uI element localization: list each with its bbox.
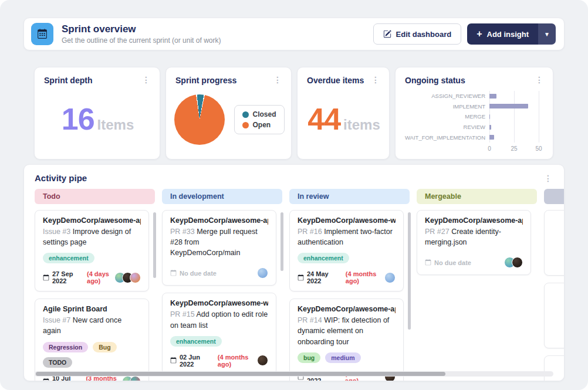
- kanban-card[interactable]: KeypDemoCorp/awesome-w... PR #16 Impleme…: [289, 210, 404, 291]
- edit-pencil-icon: [383, 30, 391, 38]
- calendar-icon: [170, 357, 177, 364]
- tag-enhancement: enhancement: [170, 336, 222, 347]
- kanban-card[interactable]: KeypDemoCorp/awesome-api-... PR #27 Crea…: [417, 210, 531, 275]
- card-tags: bugmedium: [298, 352, 396, 363]
- bar-category-label: ASSIGN_REVIEWER: [405, 93, 485, 99]
- card-ref: Issue #7: [43, 316, 70, 324]
- column-scrollbar[interactable]: [281, 212, 283, 271]
- legend-dot: [242, 122, 249, 128]
- kanban-card[interactable]: [544, 355, 565, 381]
- card-repo: KeypDemoCorp/awesome-api-...: [425, 216, 523, 225]
- tag-enhancement: enhancement: [43, 253, 94, 263]
- card-tags: enhancement: [298, 253, 396, 263]
- card-tags: enhancement: [43, 253, 141, 263]
- relative-time: (4 months ago): [346, 270, 388, 284]
- legend-label: Open: [253, 121, 271, 129]
- widget-title: Sprint depth: [44, 76, 92, 85]
- kanban-column-mergeable: Mergeable KeypDemoCorp/awesome-api-... P…: [417, 189, 537, 381]
- calendar-icon: [170, 270, 177, 276]
- column-header-todo: Todo: [35, 189, 155, 204]
- widget-menu-kebab-icon[interactable]: ⋮: [534, 76, 545, 84]
- column-header-mergeable: Mergeable: [417, 189, 537, 204]
- assignee-avatars: [126, 376, 141, 381]
- bar-category-label: IMPLEMENT: [405, 103, 485, 110]
- avatar[interactable]: [257, 267, 268, 279]
- legend-label: Closed: [253, 110, 276, 118]
- calendar-icon: [425, 259, 431, 266]
- kanban-card[interactable]: Agile Sprint Board Issue #7 New card onc…: [35, 299, 149, 381]
- add-insight-button[interactable]: + Add insight: [467, 23, 538, 45]
- column-header-in-development: In development: [162, 189, 282, 204]
- due-date: 27 Sep 2022 (4 days ago): [43, 270, 118, 284]
- widget-title: Sprint progress: [175, 76, 236, 85]
- widget-menu-kebab-icon[interactable]: ⋮: [370, 76, 381, 84]
- bar-review: [489, 125, 491, 130]
- bar-merge: [489, 114, 490, 119]
- dashboard-page: Sprint overview Get the outline of the c…: [0, 0, 588, 390]
- section-title: Activity pipe: [35, 173, 87, 183]
- kanban-card[interactable]: KeypDemoCorp/awesome-w... PR #15 Add opt…: [162, 293, 276, 374]
- card-repo: KeypDemoCorp/awesome-ap...: [43, 216, 141, 225]
- ongoing-status-bar-chart: ASSIGN_REVIEWERIMPLEMENTMERGEREVIEWWAIT_…: [405, 90, 545, 152]
- card-repo: KeypDemoCorp/awesome-ap...: [298, 305, 396, 313]
- column-scrollbar[interactable]: [153, 212, 156, 278]
- x-tick-label: 25: [511, 145, 517, 152]
- edit-dashboard-button[interactable]: Edit dashboard: [373, 23, 462, 45]
- widget-title: Ongoing status: [405, 76, 465, 85]
- kanban-card[interactable]: KeypDemoCorp/awesome-ap... PR #14 WIP: f…: [289, 299, 404, 381]
- avatar[interactable]: [512, 257, 523, 268]
- avatar[interactable]: [257, 355, 268, 366]
- column-header-clipped: [544, 189, 565, 204]
- widget-ongoing-status: Ongoing status ⋮ ASSIGN_REVIEWERIMPLEMEN…: [395, 67, 553, 160]
- avatar[interactable]: [384, 272, 396, 283]
- card-repo: KeypDemoCorp/awesome-w...: [170, 299, 268, 307]
- kanban-card[interactable]: KeypDemoCorp/awesome-ap... Issue #3 Impr…: [35, 210, 149, 291]
- add-insight-split-button: + Add insight ▼: [467, 23, 556, 45]
- widget-menu-kebab-icon[interactable]: ⋮: [543, 174, 553, 182]
- assignee-avatars: [388, 272, 396, 283]
- plus-icon: +: [477, 29, 482, 39]
- card-ref: PR #16: [298, 228, 322, 236]
- no-due-date: No due date: [170, 270, 217, 277]
- card-ref: Issue #3: [43, 228, 70, 236]
- bar-implement: [489, 104, 528, 108]
- kanban-card[interactable]: [544, 283, 565, 348]
- avatar[interactable]: [130, 376, 141, 381]
- tag-Regression: Regression: [43, 342, 88, 352]
- relative-time: (4 months ago): [218, 354, 261, 368]
- calendar-icon: [31, 23, 53, 45]
- bar-assign_reviewer: [489, 94, 496, 99]
- widget-menu-kebab-icon[interactable]: ⋮: [141, 76, 151, 84]
- sprint-depth-unit: Items: [97, 117, 134, 133]
- widget-sprint-progress: Sprint progress ⋮ ClosedOpen: [165, 67, 292, 160]
- stats-row: Sprint depth ⋮ 16 Items Sprint progress …: [34, 67, 554, 158]
- x-tick-label: 0: [488, 145, 491, 152]
- sprint-depth-value: 16: [62, 101, 94, 137]
- widget-title: Overdue items: [307, 76, 364, 85]
- due-date: 02 Jun 2022 (4 months ago): [170, 354, 261, 368]
- horizontal-scrollbar-thumb[interactable]: [36, 372, 445, 376]
- bar-category-label: WAIT_FOR_IMPLEMENTATION: [405, 134, 485, 141]
- kanban-card[interactable]: KeypDemoCorp/awesome-ap... PR #33 Merge …: [162, 210, 276, 286]
- card-tags: RegressionBugTODO: [43, 342, 141, 368]
- add-insight-dropdown-button[interactable]: ▼: [538, 23, 556, 45]
- kanban-column-todo: Todo KeypDemoCorp/awesome-ap... Issue #3…: [35, 189, 155, 381]
- kanban-card[interactable]: [544, 210, 565, 276]
- horizontal-scrollbar: [35, 371, 553, 377]
- due-date: 24 May 2022 (4 months ago): [298, 270, 388, 284]
- column-scrollbar[interactable]: [408, 212, 411, 330]
- legend-item-open: Open: [242, 121, 276, 129]
- widget-sprint-depth: Sprint depth ⋮ 16 Items: [34, 67, 160, 160]
- avatar[interactable]: [130, 272, 141, 283]
- page-title: Sprint overview: [62, 23, 373, 35]
- x-tick-label: 50: [535, 145, 542, 152]
- gridline: [539, 91, 539, 143]
- calendar-icon: [43, 378, 49, 381]
- widget-menu-kebab-icon[interactable]: ⋮: [272, 76, 283, 84]
- legend-dot: [242, 111, 249, 118]
- card-ref: PR #14: [298, 316, 322, 324]
- card-repo: KeypDemoCorp/awesome-w...: [298, 216, 396, 225]
- pie-chart: [174, 94, 225, 145]
- kanban-column-in-development: In development KeypDemoCorp/awesome-ap..…: [162, 189, 282, 381]
- kanban-column-clipped: [544, 189, 565, 381]
